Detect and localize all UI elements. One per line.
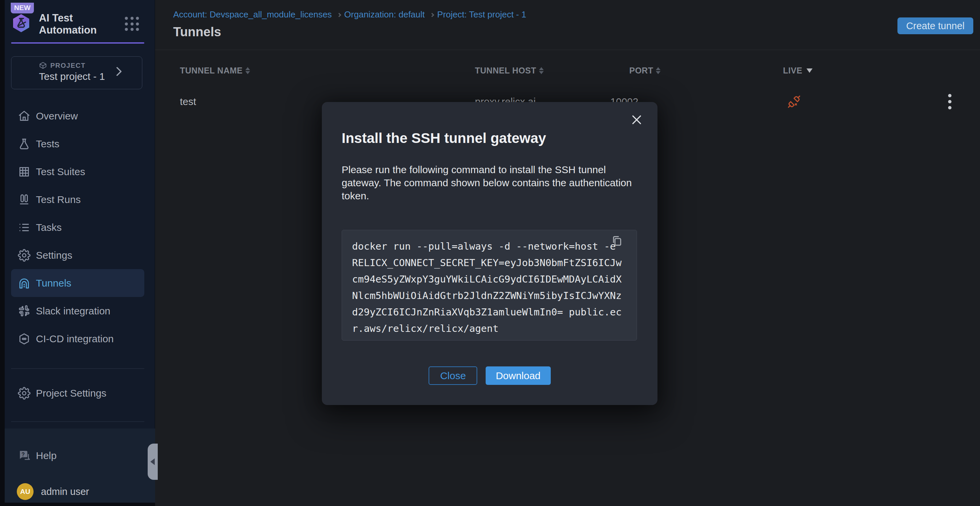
sort-icon	[656, 67, 660, 74]
sidebar-item-cicd-integration[interactable]: CI-CD integration	[11, 325, 144, 353]
table-header: TUNNEL NAME TUNNEL HOST PORT LIVE	[155, 56, 980, 85]
column-header-port[interactable]: PORT	[629, 56, 660, 85]
user-menu[interactable]: AU admin user	[17, 483, 89, 500]
modal-title: Install the SSH tunnel gateway	[342, 130, 546, 146]
sidebar-divider	[11, 422, 144, 422]
breadcrumb: Account: Devspace_all_module_licensesOrg…	[173, 10, 526, 20]
live-status-disconnected-icon	[788, 85, 801, 118]
create-tunnel-button[interactable]: Create tunnel	[897, 18, 973, 34]
sidebar-item-test-suites[interactable]: Test Suites	[11, 158, 144, 186]
row-actions-kebab-menu[interactable]	[940, 92, 959, 111]
test-runs-icon	[18, 193, 30, 206]
user-name: admin user	[41, 486, 89, 497]
page-title: Tunnels	[173, 25, 221, 39]
sidebar-item-test-runs[interactable]: Test Runs	[11, 186, 144, 213]
sidebar-divider	[11, 368, 144, 369]
sort-icon	[245, 67, 250, 74]
column-header-live[interactable]: LIVE	[783, 56, 813, 85]
copy-icon[interactable]	[611, 235, 623, 248]
sort-icon	[539, 67, 544, 74]
sidebar-item-settings[interactable]: Settings	[11, 241, 144, 269]
cell-tunnel-name: test	[180, 85, 196, 118]
window-edge	[0, 0, 5, 506]
sidebar-item-tunnels[interactable]: Tunnels	[11, 269, 144, 297]
brand: AI Test Automation	[11, 12, 149, 35]
close-button[interactable]: Close	[429, 366, 477, 385]
list-icon	[18, 221, 30, 234]
package-icon	[39, 61, 47, 70]
footer-menu: ? Help	[11, 442, 144, 469]
close-x-icon[interactable]	[629, 113, 644, 127]
brand-accent-underline	[11, 42, 144, 44]
sort-desc-icon	[807, 68, 813, 73]
chevron-right-icon	[113, 67, 122, 76]
project-value: Test project - 1	[39, 71, 105, 82]
breadcrumb-account-link[interactable]: Account: Devspace_all_module_licenses	[173, 10, 332, 19]
sidebar-item-project-settings[interactable]: Project Settings	[11, 379, 144, 407]
svg-text:?: ?	[21, 451, 25, 457]
main-content: Account: Devspace_all_module_licensesOrg…	[155, 0, 980, 506]
command-code-block: docker run --pull=always -d --network=ho…	[342, 230, 637, 341]
flask-icon	[18, 138, 30, 150]
tunnel-icon	[18, 277, 30, 290]
chevron-right-icon	[337, 13, 341, 17]
sidebar-item-overview[interactable]: Overview	[11, 102, 144, 130]
table-grid-icon	[18, 165, 30, 178]
sidebar-item-tasks[interactable]: Tasks	[11, 213, 144, 241]
sidebar-item-help[interactable]: ? Help	[11, 442, 144, 469]
breadcrumb-project-link[interactable]: Project: Test project - 1	[437, 10, 526, 19]
slack-icon	[18, 305, 30, 317]
app-window: NEW AI Test Automation	[0, 0, 980, 506]
docker-command: docker run --pull=always -d --network=ho…	[352, 238, 622, 337]
gear-icon	[18, 387, 30, 399]
column-header-tunnel-name[interactable]: TUNNEL NAME	[180, 56, 250, 85]
sidebar: NEW AI Test Automation	[5, 0, 155, 503]
project-label: PROJECT	[50, 62, 86, 70]
secondary-menu: Project Settings	[11, 379, 144, 407]
grid-dots-icon[interactable]	[125, 17, 140, 32]
breadcrumb-organization-link[interactable]: Organization: default	[344, 10, 425, 19]
modal-description: Please run the following command to inst…	[342, 163, 634, 202]
cicd-hexagon-icon	[18, 333, 30, 345]
gear-icon	[18, 249, 30, 262]
app-logo-icon	[11, 13, 31, 33]
install-ssh-tunnel-gateway-modal: Install the SSH tunnel gateway Please ru…	[322, 102, 657, 405]
sidebar-collapse-handle[interactable]	[148, 444, 158, 480]
download-button[interactable]: Download	[486, 366, 550, 385]
modal-actions: Close Download	[322, 366, 657, 385]
chevron-right-icon	[430, 13, 434, 17]
help-chat-icon: ?	[18, 449, 30, 462]
home-icon	[18, 110, 30, 123]
project-selector[interactable]: PROJECT Test project - 1	[11, 56, 142, 89]
avatar: AU	[17, 483, 33, 500]
sidebar-item-slack-integration[interactable]: Slack integration	[11, 297, 144, 325]
column-header-tunnel-host[interactable]: TUNNEL HOST	[475, 56, 544, 85]
brand-name: AI Test Automation	[39, 12, 97, 36]
sidebar-item-tests[interactable]: Tests	[11, 130, 144, 158]
sidebar-menu: Overview Tests Test Suites Test Runs	[11, 102, 144, 353]
